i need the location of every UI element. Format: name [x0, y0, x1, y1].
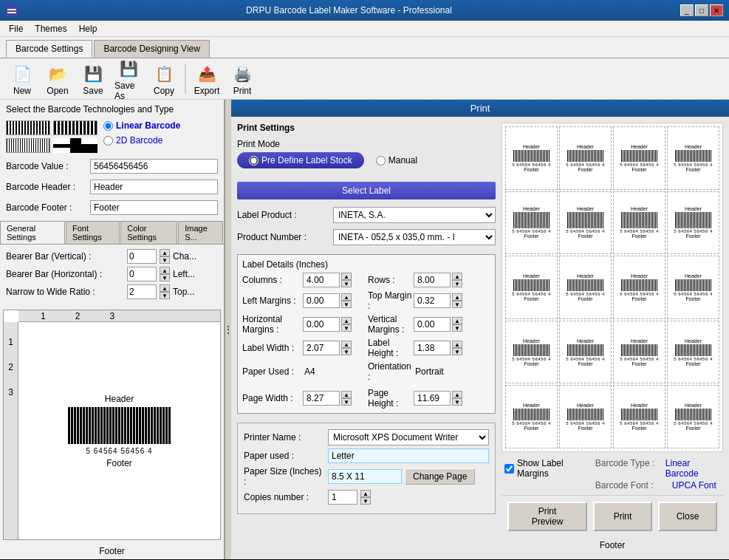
copies-spinner[interactable]: ▲ ▼: [360, 490, 371, 505]
change-page-button[interactable]: Change Page: [405, 468, 475, 485]
label-height-input[interactable]: [414, 341, 451, 355]
label-cell-2-3: Header 5 64564 56456 4 Footer: [613, 191, 665, 255]
product-number-select[interactable]: INETA - 052,5 x 035,0 mm. - I: [333, 229, 496, 245]
left-margins-spinner[interactable]: ▲ ▼: [341, 293, 352, 308]
twod-barcode-radio[interactable]: [103, 136, 113, 146]
copy-button[interactable]: 📋 Copy: [148, 60, 180, 98]
tab-barcode-designing[interactable]: Barcode Designing View: [94, 40, 210, 58]
rows-down[interactable]: ▼: [452, 280, 462, 287]
tab-general-settings[interactable]: General Settings: [0, 221, 65, 244]
rows-spinner[interactable]: ▲ ▼: [452, 273, 462, 287]
columns-spinner[interactable]: ▲ ▼: [341, 273, 352, 287]
narrow-to-wide-input[interactable]: [127, 284, 157, 299]
bearer-vertical-up[interactable]: ▲: [160, 249, 170, 256]
print-action-button[interactable]: Print: [593, 502, 652, 531]
h-margins-up[interactable]: ▲: [341, 317, 352, 324]
close-dialog-button[interactable]: Close: [658, 502, 717, 531]
page-height-input[interactable]: [414, 391, 451, 406]
save-button[interactable]: 💾 Save: [77, 60, 109, 98]
v-margins-spinner[interactable]: ▲ ▼: [452, 317, 462, 332]
rows-up[interactable]: ▲: [452, 273, 462, 280]
save-as-icon: 💾: [117, 57, 140, 81]
page-height-down[interactable]: ▼: [452, 398, 462, 406]
drag-handle[interactable]: ⋮: [225, 100, 231, 559]
manual-radio-btn[interactable]: Manual: [376, 155, 417, 165]
tab-font-settings[interactable]: Font Settings: [66, 221, 120, 244]
label-width-up[interactable]: ▲: [341, 341, 352, 348]
barcode-footer-input[interactable]: [90, 200, 218, 215]
v-margins-input[interactable]: [414, 317, 451, 332]
barcode-value-input[interactable]: [90, 159, 218, 174]
narrow-down[interactable]: ▼: [160, 292, 170, 299]
open-button[interactable]: 📂 Open: [41, 60, 74, 98]
close-button[interactable]: ✕: [710, 4, 723, 16]
show-margins-checkbox[interactable]: [504, 464, 514, 474]
copies-up[interactable]: ▲: [360, 490, 371, 497]
label-height-up[interactable]: ▲: [452, 341, 462, 348]
label-height-down[interactable]: ▼: [452, 348, 462, 355]
cell-barcode: [513, 212, 550, 228]
printer-name-select[interactable]: Microsoft XPS Document Writer: [328, 429, 489, 445]
bearer-bar-vertical-input[interactable]: [127, 249, 157, 264]
left-margins-input[interactable]: [303, 293, 340, 308]
bearer-vertical-spinner[interactable]: ▲ ▼: [160, 249, 170, 264]
rows-input[interactable]: [414, 273, 451, 287]
page-width-down[interactable]: ▼: [341, 398, 352, 406]
label-product-select[interactable]: INETA, S.A.: [333, 207, 496, 223]
copies-down[interactable]: ▼: [360, 497, 371, 505]
select-label-button[interactable]: Select Label: [237, 182, 496, 199]
tab-barcode-settings[interactable]: Barcode Settings: [6, 40, 92, 58]
save-as-button[interactable]: 💾 Save As: [112, 55, 145, 103]
export-button[interactable]: 📤 Export: [191, 60, 223, 98]
new-button[interactable]: 📄 New: [6, 60, 38, 98]
menu-file[interactable]: File: [3, 22, 29, 35]
bearer-bar-horizontal-input[interactable]: [127, 267, 157, 281]
label-cell-5-1: Header 5 64564 56456 4 Footer: [505, 385, 558, 448]
columns-up[interactable]: ▲: [341, 273, 352, 280]
cell-barcode: [675, 150, 712, 162]
maximize-button[interactable]: □: [695, 4, 708, 16]
columns-input[interactable]: [303, 273, 340, 287]
linear-barcode-radio[interactable]: [103, 121, 113, 131]
page-width-spinner[interactable]: ▲ ▼: [341, 391, 352, 406]
h-margins-down[interactable]: ▼: [341, 324, 352, 332]
label-width-input[interactable]: [303, 341, 340, 355]
narrow-to-wide-spinner[interactable]: ▲ ▼: [160, 284, 170, 299]
paper-size-input[interactable]: [328, 469, 402, 484]
print-preview-button[interactable]: Print Preview: [507, 502, 587, 531]
top-margin-input[interactable]: [414, 293, 451, 308]
paper-used2-input[interactable]: [328, 448, 489, 463]
columns-down[interactable]: ▼: [341, 280, 352, 287]
page-width-up[interactable]: ▲: [341, 391, 352, 398]
bearer-vertical-down[interactable]: ▼: [160, 256, 170, 264]
left-margins-up[interactable]: ▲: [341, 293, 352, 301]
h-margins-input[interactable]: [303, 317, 340, 332]
predefine-radio[interactable]: Pre Define Label Stock: [237, 152, 364, 168]
page-height-up[interactable]: ▲: [452, 391, 462, 398]
page-height-spinner[interactable]: ▲ ▼: [452, 391, 462, 406]
menu-themes[interactable]: Themes: [29, 22, 72, 35]
narrow-up[interactable]: ▲: [160, 284, 170, 292]
tab-color-settings[interactable]: Color Settings: [120, 221, 177, 244]
tab-image-settings[interactable]: Image S...: [178, 221, 223, 244]
label-height-spinner[interactable]: ▲ ▼: [452, 341, 462, 355]
left-margins-down[interactable]: ▼: [341, 301, 352, 308]
page-width-input[interactable]: [303, 391, 340, 406]
show-margins-row[interactable]: Show Label Margins: [504, 458, 589, 479]
barcode-header-input[interactable]: [90, 180, 218, 194]
top-margin-down[interactable]: ▼: [452, 301, 462, 308]
top-margin-spinner[interactable]: ▲ ▼: [452, 293, 462, 308]
print-button[interactable]: 🖨️ Print: [226, 60, 259, 98]
menu-help[interactable]: Help: [73, 22, 103, 35]
bearer-horizontal-up[interactable]: ▲: [160, 267, 170, 274]
bearer-horizontal-down[interactable]: ▼: [160, 274, 170, 281]
copies-input[interactable]: [328, 490, 357, 505]
label-width-spinner[interactable]: ▲ ▼: [341, 341, 352, 355]
minimize-button[interactable]: _: [680, 4, 694, 16]
bearer-horizontal-spinner[interactable]: ▲ ▼: [160, 267, 170, 281]
v-margins-down[interactable]: ▼: [452, 324, 462, 332]
v-margins-up[interactable]: ▲: [452, 317, 462, 324]
top-margin-up[interactable]: ▲: [452, 293, 462, 301]
label-width-down[interactable]: ▼: [341, 348, 352, 355]
h-margins-spinner[interactable]: ▲ ▼: [341, 317, 352, 332]
